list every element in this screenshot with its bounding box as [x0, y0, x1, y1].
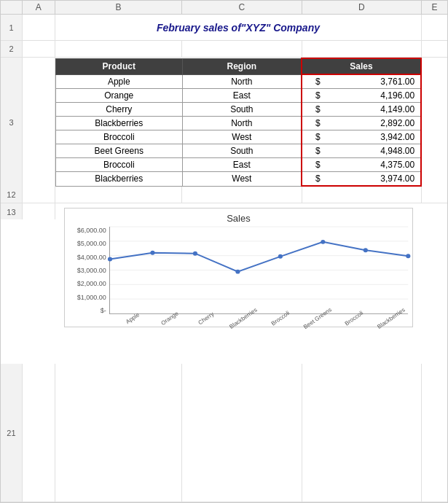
row-21: 21	[1, 364, 447, 502]
table-row-sales: $3,761.00	[302, 74, 421, 89]
table-row: West	[182, 172, 302, 187]
table-row-sales: $2,892.00	[302, 117, 421, 130]
table-row-sales: $3,942.00	[302, 130, 421, 144]
row-num-3: 3	[1, 58, 23, 187]
col-header-e: E	[422, 1, 447, 14]
cell-12d	[302, 187, 422, 203]
chart-dot	[193, 252, 197, 256]
cell-21d	[302, 364, 422, 502]
cell-2b	[55, 41, 182, 57]
table-row: Cherry	[55, 103, 182, 117]
chart-dot	[150, 251, 154, 255]
row-1: 1 February sales of"XYZ" Company	[1, 15, 447, 41]
y-axis-label: $3,000.00	[77, 267, 106, 274]
cell-1a	[23, 15, 55, 40]
dollar-sign: $	[315, 118, 321, 128]
cell-12e	[422, 187, 447, 203]
table-row: East	[182, 89, 302, 103]
dollar-sign: $	[315, 173, 321, 184]
cell-2d	[302, 41, 422, 57]
table-row: East	[182, 158, 302, 172]
chart-dot	[108, 257, 112, 261]
column-headers: A B C D E	[1, 1, 447, 15]
chart-title: Sales	[69, 213, 408, 224]
cell-2c	[182, 41, 302, 57]
table-row: South	[182, 103, 302, 117]
table-row: Broccoli	[55, 130, 182, 144]
table-row-sales: $4,149.00	[302, 103, 421, 117]
dollar-sign: $	[315, 104, 321, 114]
cell-12a	[23, 187, 55, 203]
row-num-21: 21	[1, 364, 23, 502]
chart-area: $6,000.00$5,000.00$4,000.00$3,000.00$2,0…	[69, 227, 408, 314]
cell-1-title: February sales of"XYZ" Company	[55, 15, 422, 40]
header-sales: Sales	[302, 58, 421, 74]
chart-dot	[278, 254, 283, 259]
table-row: Beet Greens	[55, 144, 182, 158]
cell-2e	[422, 41, 447, 57]
dollar-sign: $	[315, 146, 321, 156]
y-axis-label: $5,000.00	[77, 240, 106, 247]
y-axis-label: $2,000.00	[77, 280, 106, 287]
spreadsheet-title: February sales of"XYZ" Company	[154, 19, 323, 36]
row-num-13: 13	[1, 203, 23, 219]
cell-1e	[422, 15, 447, 40]
header-product: Product	[55, 58, 182, 74]
row-2: 2	[1, 41, 447, 58]
table-row: North	[182, 117, 302, 130]
cell-2a	[23, 41, 55, 57]
cell-chart-e	[422, 203, 447, 219]
table-row: North	[182, 74, 302, 89]
y-axis-label: $1,000.00	[77, 294, 106, 301]
sales-value: 4,375.00	[380, 160, 414, 170]
table-row: Apple	[55, 74, 182, 89]
row-12: 12	[1, 187, 447, 203]
table-row: Broccoli	[55, 158, 182, 172]
cell-21e	[422, 364, 447, 502]
table-row-sales: $4,196.00	[302, 89, 421, 103]
chart-line	[110, 242, 408, 272]
cell-3e	[422, 58, 447, 187]
sales-value: 4,948.00	[380, 146, 414, 156]
spreadsheet: A B C D E 1 February sales of"XYZ" Compa…	[0, 0, 448, 503]
chart-container: Sales $6,000.00$5,000.00$4,000.00$3,000.…	[64, 208, 413, 327]
chart-row: 13 Sales $6,000.00$5,000.00$4,000.00$3,0…	[1, 203, 447, 364]
col-header-c: C	[182, 1, 302, 14]
sales-value: 4,196.00	[380, 90, 414, 101]
x-axis-labels: AppleOrangeCherryBlackberriesBroccoliBee…	[69, 316, 408, 322]
y-axis-label: $-	[101, 307, 106, 314]
cell-3a	[23, 58, 55, 187]
cell-12c	[182, 187, 302, 203]
cell-21a	[23, 364, 55, 502]
table-row-sales: $3,974.00	[302, 172, 421, 187]
sales-value: 3,974.00	[380, 173, 414, 184]
table-row: South	[182, 144, 302, 158]
chart-dot	[363, 248, 368, 252]
row-3: 3 Product Region Sales AppleNorth$3,761.…	[1, 58, 447, 187]
sales-value: 4,149.00	[380, 104, 414, 114]
row-num-1: 1	[1, 15, 23, 40]
col-header-d: D	[302, 1, 422, 14]
chart-dot	[321, 240, 325, 244]
cell-21b	[55, 364, 182, 502]
col-header-b: B	[55, 1, 182, 14]
dollar-sign: $	[315, 160, 321, 170]
cell-chart-a	[23, 203, 55, 219]
table-row: West	[182, 130, 302, 144]
dollar-sign: $	[315, 90, 321, 101]
dollar-sign: $	[315, 77, 321, 87]
y-axis-label: $4,000.00	[77, 254, 106, 261]
chart-dot	[235, 270, 240, 274]
table-row-sales: $4,375.00	[302, 158, 421, 172]
sales-value: 3,761.00	[380, 77, 414, 87]
dollar-sign: $	[315, 132, 321, 142]
table-row: Orange	[55, 89, 182, 103]
y-axis: $6,000.00$5,000.00$4,000.00$3,000.00$2,0…	[69, 227, 109, 314]
table-row-sales: $4,948.00	[302, 144, 421, 158]
chart-dot	[406, 254, 410, 258]
y-axis-label: $6,000.00	[77, 227, 106, 234]
row-num-12: 12	[1, 187, 23, 203]
cell-12b	[55, 187, 182, 203]
header-region: Region	[182, 58, 302, 74]
line-chart-svg	[110, 227, 408, 313]
